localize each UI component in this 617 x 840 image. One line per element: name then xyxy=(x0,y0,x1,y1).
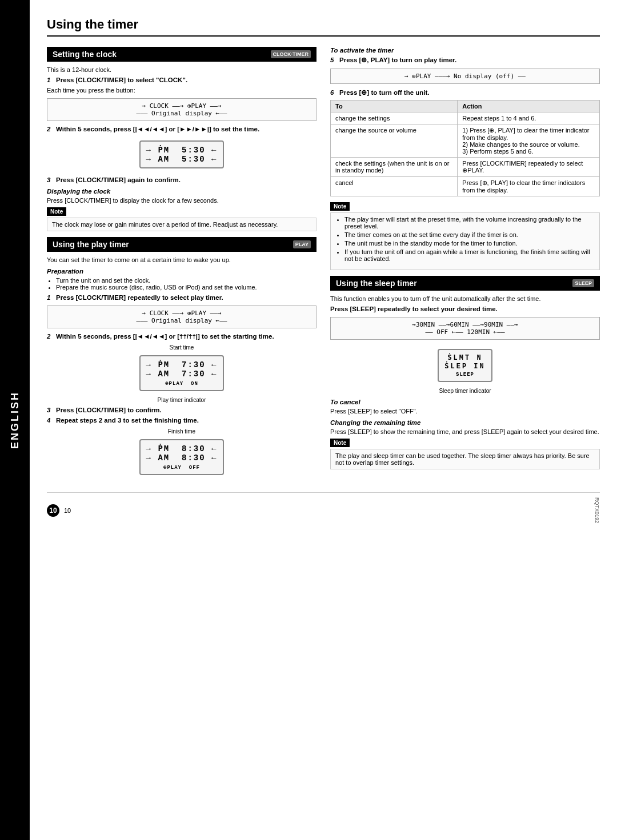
table-row: cancel Press [⊕, PLAY] to clear the time… xyxy=(331,177,600,196)
table-row: change the settings Repeat steps 1 to 4 … xyxy=(331,112,600,124)
play-start-display-wrapper: Start time → ṖM 7:30 ← → AM 7:30 ← ⊕PLAY… xyxy=(47,343,316,403)
two-col-layout: Setting the clock CLOCK·TIMER This is a … xyxy=(47,47,600,483)
note-label-3: Note xyxy=(330,439,350,447)
to-cancel-text: Press [SLEEP] to select "OFF". xyxy=(330,408,600,415)
sleep-flow-diagram: →30MIN ——→60MIN ——→90MIN ——→—— OFF ←—— 1… xyxy=(330,317,600,340)
note-text-1: The clock may lose or gain minutes over … xyxy=(47,218,316,231)
step1-sub: Each time you press the button: xyxy=(47,87,316,94)
circle-num: 10 xyxy=(47,504,59,517)
activate-note: Note The play timer will start at the pr… xyxy=(330,202,600,270)
play-step4-text: Repeat steps 2 and 3 to set the finishin… xyxy=(56,417,199,424)
table-cell-to-4: cancel xyxy=(331,177,458,196)
step2-text: Within 5 seconds, press [|◄◄/◄◄] or [►►/… xyxy=(56,126,259,132)
play-timer-step2: 2 Within 5 seconds, press [|◄◄/◄◄] or [†… xyxy=(47,333,316,340)
page-num: 10 xyxy=(64,507,71,514)
finish-time-label: Finish time xyxy=(168,428,195,435)
prep-heading: Preparation xyxy=(47,268,316,275)
note-label-2: Note xyxy=(330,202,350,211)
play-timer-title: Using the play timer xyxy=(53,240,129,249)
play-step3-text: Press [CLOCK/TIMER] to confirm. xyxy=(56,407,162,413)
clock-display-line2: → AM 5:30 ← xyxy=(146,155,218,164)
to-cancel-heading: To cancel xyxy=(330,399,600,405)
play-step4-num: 4 xyxy=(47,417,50,424)
sleep-timer-header: Using the sleep timer SLEEP xyxy=(330,276,600,291)
activate-flow-diagram: → ⊕PLAY ———→ No display (off) —— xyxy=(330,69,600,84)
note-content-2: The play timer will start at the preset … xyxy=(330,212,600,270)
step3-text: Press [CLOCK/TIMER] again to confirm. xyxy=(56,176,181,183)
activate-step6-text: Press [⊕] to turn off the unit. xyxy=(339,89,430,96)
play-start-line1: → ṖM 7:30 ← xyxy=(146,360,218,369)
table-cell-action-3: Press [CLOCK/TIMER] repeatedly to select… xyxy=(458,158,600,177)
activate-step6-num: 6 xyxy=(330,89,334,96)
sleep-display-line1: ṠLMT N xyxy=(447,353,482,362)
play-finish-display-wrapper: Finish time → ṖM 8:30 ← → AM 8:30 ← ⊕PLA… xyxy=(47,427,316,480)
play-start-line2: → AM 7:30 ← xyxy=(146,369,218,379)
clock-display: → ṖM 5:30 ← → AM 5:30 ← xyxy=(139,140,225,168)
activate-flow-text: → ⊕PLAY ———→ No display (off) —— xyxy=(404,73,526,80)
setting-clock-intro: This is a 12-hour clock. xyxy=(47,66,316,73)
prep-list: Turn the unit on and set the clock. Prep… xyxy=(56,277,316,291)
table-cell-action-2: 1) Press [⊕, PLAY] to clear the timer in… xyxy=(458,124,600,158)
sleep-timer-title: Using the sleep timer xyxy=(336,279,417,288)
table-cell-to-3: check the settings (when the unit is on … xyxy=(331,158,458,177)
play-flow-diagram: → CLOCK ——→ ⊕PLAY ——→——— Original displa… xyxy=(47,306,316,328)
sleep-note: Note The play and sleep timer can be use… xyxy=(330,439,600,469)
activate-step5-text: Press [⊕, PLAY] to turn on play timer. xyxy=(339,57,456,63)
sleep-press-instruction: Press [SLEEP] repeatedly to select your … xyxy=(330,306,600,312)
play-start-display: → ṖM 7:30 ← → AM 7:30 ← ⊕PLAY ON xyxy=(139,355,225,391)
play-timer-badge: PLAY xyxy=(293,240,311,248)
activate-note-2: The timer comes on at the set time every… xyxy=(344,231,595,238)
note-label-1: Note xyxy=(47,207,66,216)
play-step1-text: Press [CLOCK/TIMER] repeatedly to select… xyxy=(56,294,223,301)
setting-clock-step3: 3 Press [CLOCK/TIMER] again to confirm. xyxy=(47,176,316,183)
clock-flow-text: → CLOCK ——→ ⊕PLAY ——→——— Original displa… xyxy=(137,102,227,117)
play-finish-display: → ṖM 8:30 ← → AM 8:30 ← ⊕PLAY OFF xyxy=(139,439,225,475)
step2-num: 2 xyxy=(47,126,50,132)
col-right: To activate the timer 5 Press [⊕, PLAY] … xyxy=(330,47,600,483)
prep-item-2: Prepare the music source (disc, radio, U… xyxy=(56,284,316,291)
displaying-clock-text: Press [CLOCK/TIMER] to display the clock… xyxy=(47,197,316,204)
clock-display-wrapper: → ṖM 5:30 ← → AM 5:30 ← xyxy=(47,136,316,173)
displaying-clock-heading: Displaying the clock xyxy=(47,188,316,195)
activate-step6: 6 Press [⊕] to turn off the unit. xyxy=(330,89,600,97)
sleep-display-wrapper: ṠLMT N ṠLEP IN SLEEP Sleep timer indicat… xyxy=(330,344,600,394)
changing-heading: Changing the remaining time xyxy=(330,419,600,426)
table-cell-action-1: Repeat steps 1 to 4 and 6. xyxy=(458,112,600,124)
start-time-label: Start time xyxy=(170,344,194,351)
footer-left: 10 10 xyxy=(47,504,71,517)
setting-clock-badge: CLOCK·TIMER xyxy=(271,50,311,58)
table-header-to: To xyxy=(331,101,458,112)
sidebar: ENGLISH xyxy=(0,0,30,840)
rqtx-code: RQTX0192 xyxy=(594,497,600,523)
footer: 10 10 RQTX0192 xyxy=(47,492,600,523)
clock-flow-diagram: → CLOCK ——→ ⊕PLAY ——→——— Original displa… xyxy=(47,98,316,121)
main-content: Using the timer Setting the clock CLOCK·… xyxy=(30,0,617,840)
play-flow-text: → CLOCK ——→ ⊕PLAY ——→——— Original displa… xyxy=(137,310,227,324)
activate-step5: 5 Press [⊕, PLAY] to turn on play timer. xyxy=(330,56,600,64)
play-timer-indicator-label: Play timer indicator xyxy=(157,397,206,403)
setting-clock-step1: 1 Press [CLOCK/TIMER] to select "CLOCK". xyxy=(47,77,316,83)
changing-text: Press [SLEEP] to show the remaining time… xyxy=(330,428,600,435)
play-off-indicator: ⊕PLAY OFF xyxy=(163,464,200,471)
play-step3-num: 3 xyxy=(47,407,50,413)
play-finish-line2: → AM 8:30 ← xyxy=(146,453,218,463)
play-step2-num: 2 xyxy=(47,333,50,340)
action-table: To Action change the settings Repeat ste… xyxy=(330,100,600,196)
step1-text: Press [CLOCK/TIMER] to select "CLOCK". xyxy=(56,77,187,83)
play-step1-num: 1 xyxy=(47,294,50,301)
table-cell-to-1: change the settings xyxy=(331,112,458,124)
table-row: change the source or volume 1) Press [⊕,… xyxy=(331,124,600,158)
play-timer-intro: You can set the timer to come on at a ce… xyxy=(47,256,316,263)
setting-clock-note: Note The clock may lose or gain minutes … xyxy=(47,207,316,231)
sidebar-label: ENGLISH xyxy=(9,391,21,449)
clock-display-line1: → ṖM 5:30 ← xyxy=(146,145,218,155)
sleep-display-line2: ṠLEP IN xyxy=(444,362,485,371)
activate-note-3: The unit must be in the standby mode for… xyxy=(344,240,595,247)
play-step2-text: Within 5 seconds, press [|◄◄/◄◄] or [††/… xyxy=(56,333,274,340)
activate-step5-num: 5 xyxy=(330,57,334,63)
table-row: check the settings (when the unit is on … xyxy=(331,158,600,177)
table-cell-action-4: Press [⊕, PLAY] to clear the timer indic… xyxy=(458,177,600,196)
setting-clock-title: Setting the clock xyxy=(53,50,117,59)
sleep-indicator-text: SLEEP xyxy=(456,372,474,377)
page-title: Using the timer xyxy=(47,17,600,37)
